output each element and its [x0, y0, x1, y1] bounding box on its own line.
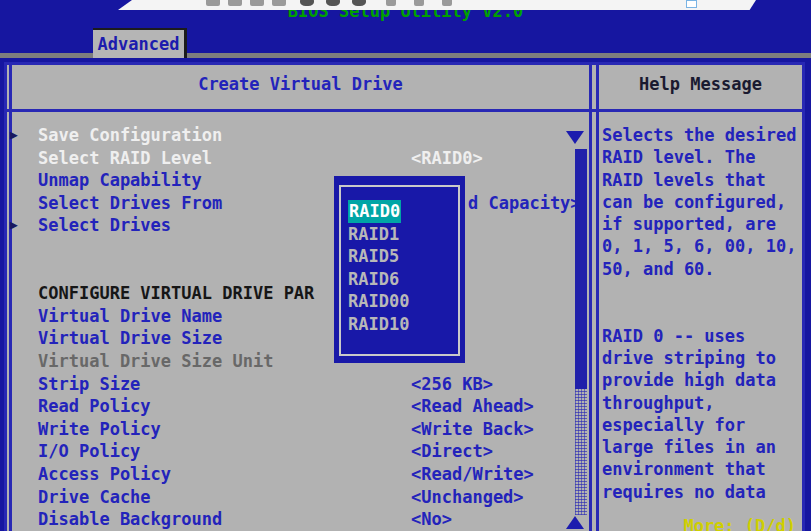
tab-advanced[interactable]: Advanced: [93, 28, 187, 58]
option-label: Select Drives From: [38, 192, 222, 215]
help-text-line: can be configured,: [602, 191, 802, 213]
option-value: <Read Ahead>: [411, 395, 534, 418]
dropdown-item-raid1[interactable]: RAID1: [348, 223, 399, 246]
raid-level-dropdown: RAID0RAID1RAID5RAID6RAID00RAID10: [334, 176, 465, 363]
checkbox-icon[interactable]: [686, 0, 697, 8]
list-item[interactable]: Disable Background<No>: [12, 508, 584, 531]
option-value: <Read/Write>: [411, 463, 534, 486]
help-text-line: 0, 1, 5, 6, 00, 10,: [602, 235, 802, 257]
help-text-line: Selects the desired: [602, 124, 802, 146]
option-label: Select RAID Level: [38, 147, 212, 170]
option-value: <Write Back>: [411, 418, 534, 441]
toolbar-icon-fragment[interactable]: [228, 0, 242, 6]
dropdown-items: RAID0RAID1RAID5RAID6RAID00RAID10: [348, 200, 409, 335]
option-label: Disable Background: [38, 508, 222, 531]
list-item[interactable]: Drive Cache<Unchanged>: [12, 486, 584, 509]
list-item[interactable]: Access Policy<Read/Write>: [12, 463, 584, 486]
help-text-line: especially for: [602, 414, 802, 436]
help-text-line: if supported, are: [602, 213, 802, 235]
list-item[interactable]: ▶Select Drives: [12, 214, 584, 237]
option-label: Virtual Drive Size Unit: [38, 350, 273, 373]
option-value: <No>: [411, 508, 452, 531]
option-value: <RAID0>: [411, 147, 483, 170]
toolbar-icon-fragment[interactable]: [300, 0, 314, 6]
toolbar-icon-fragment[interactable]: [352, 0, 366, 6]
scrollbar-thumb[interactable]: [575, 149, 587, 389]
help-more-hint: More: (D/d): [602, 516, 796, 531]
help-text-line: RAID level. The: [602, 146, 802, 168]
option-label: Access Policy: [38, 463, 171, 486]
list-item[interactable]: Select Drives Fromd Capacity>: [12, 192, 584, 215]
bios-setup-screen: { "titlebar": { "title": "BIOS Setup Uti…: [0, 0, 811, 531]
option-label: Write Policy: [38, 418, 161, 441]
list-item[interactable]: Virtual Drive Size: [12, 327, 584, 350]
help-text-line: environment that: [602, 458, 802, 480]
help-text-line: RAID 0 -- uses: [602, 325, 802, 347]
header-divider-line: [7, 109, 802, 112]
help-text-spacer: [602, 302, 802, 324]
help-text-line: drive striping to: [602, 347, 802, 369]
list-item[interactable]: I/O Policy<Direct>: [12, 440, 584, 463]
dropdown-item-raid6[interactable]: RAID6: [348, 268, 399, 291]
list-item[interactable]: ▶Save Configuration: [12, 124, 584, 147]
dropdown-item-raid10[interactable]: RAID10: [348, 313, 409, 336]
list-spacer: [12, 260, 584, 283]
option-label: Read Policy: [38, 395, 151, 418]
option-label: CONFIGURE VIRTUAL DRIVE PAR: [38, 282, 314, 305]
option-label: Drive Cache: [38, 486, 151, 509]
help-text-line: provide high data: [602, 369, 802, 391]
scrollbar-track[interactable]: [575, 389, 587, 515]
submenu-arrow-icon: ▶: [10, 214, 38, 237]
list-item[interactable]: Unmap Capability: [12, 169, 584, 192]
list-item[interactable]: Virtual Drive Name: [12, 305, 584, 328]
toolbar-icon-fragment[interactable]: [386, 0, 396, 6]
list-item[interactable]: Select RAID Level<RAID0>: [12, 147, 584, 170]
option-label: Select Drives: [38, 214, 171, 237]
help-text-line: large files in an: [602, 436, 802, 458]
page-title: Create Virtual Drive: [12, 74, 589, 94]
option-label: Virtual Drive Size: [38, 327, 222, 350]
toolbar-icon-fragment[interactable]: [250, 0, 264, 6]
help-text-line: requires no data: [602, 481, 802, 503]
toolbar-icon-fragment[interactable]: [326, 0, 340, 6]
option-value: <256 KB>: [411, 373, 493, 396]
list-item[interactable]: CONFIGURE VIRTUAL DRIVE PAR: [12, 282, 584, 305]
help-text-line: RAID levels that: [602, 169, 802, 191]
option-value: d Capacity>: [468, 192, 581, 215]
scroll-up-icon[interactable]: [566, 516, 584, 529]
list-item[interactable]: Virtual Drive Size Unit: [12, 350, 584, 373]
panel-divider-line-2: [596, 64, 599, 531]
help-text-line: throughput,: [602, 392, 802, 414]
help-panel-title: Help Message: [599, 74, 802, 94]
option-label: Virtual Drive Name: [38, 305, 222, 328]
option-label: Unmap Capability: [38, 169, 202, 192]
toolbar-icon-fragment[interactable]: [206, 0, 220, 6]
option-list: ▶Save ConfigurationSelect RAID Level<RAI…: [12, 124, 584, 531]
toolbar-icon-fragment[interactable]: [442, 0, 452, 6]
option-label: Save Configuration: [38, 124, 222, 147]
help-text: Selects the desiredRAID level. TheRAID l…: [602, 124, 802, 503]
option-label: Strip Size: [38, 373, 140, 396]
dropdown-item-raid00[interactable]: RAID00: [348, 290, 409, 313]
submenu-arrow-icon: ▶: [10, 124, 38, 147]
toolbar-icon-fragment[interactable]: [272, 0, 286, 6]
list-spacer: [12, 237, 584, 260]
help-text-line: 50, and 60.: [602, 258, 802, 280]
remote-console-toolbar: [118, 0, 756, 10]
option-value: <Direct>: [411, 440, 493, 463]
list-item[interactable]: Write Policy<Write Back>: [12, 418, 584, 441]
scroll-down-icon[interactable]: [566, 131, 584, 144]
toolbar-icon-fragment[interactable]: [414, 0, 424, 6]
dropdown-item-raid0[interactable]: RAID0: [348, 200, 401, 223]
dropdown-item-raid5[interactable]: RAID5: [348, 245, 399, 268]
panel-divider-line-1: [589, 64, 592, 531]
option-value: <Unchanged>: [411, 486, 524, 509]
list-item[interactable]: Strip Size<256 KB>: [12, 373, 584, 396]
help-text-spacer: [602, 280, 802, 302]
option-label: I/O Policy: [38, 440, 140, 463]
list-item[interactable]: Read Policy<Read Ahead>: [12, 395, 584, 418]
